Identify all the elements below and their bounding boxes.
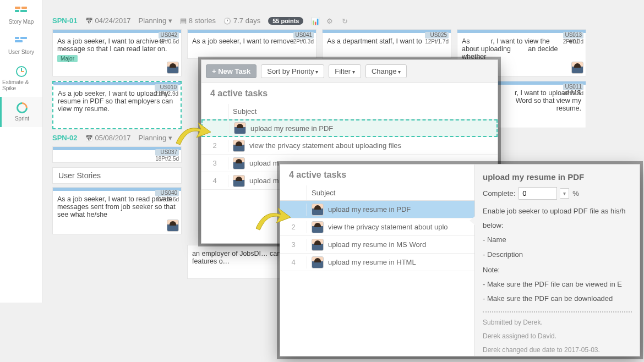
detail-text: below:: [483, 221, 632, 231]
panel-toolbar: + New Task Sort by Priority Filter Chang…: [201, 60, 498, 83]
user-story-icon: [14, 36, 29, 47]
avatar-icon: [312, 221, 324, 233]
task-row[interactable]: 3upload my resume in MS Word: [280, 236, 476, 254]
estimate-icon: [14, 66, 29, 77]
sort-dropdown[interactable]: Sort by Priority: [261, 64, 324, 78]
col-subject: Subject: [228, 104, 498, 119]
activity-log: Submitted by Derek.: [483, 318, 632, 327]
avatar-icon: [571, 62, 583, 74]
detail-title: upload my resume in PDF: [483, 172, 632, 182]
sprint-id[interactable]: SPN-02: [52, 134, 78, 142]
avatar-icon: [233, 140, 245, 152]
avatar-icon: [233, 157, 245, 169]
task-row-selected[interactable]: upload my resume in PDF: [201, 119, 498, 137]
detail-text: - Make sure the PDF file can be viewed i…: [483, 279, 632, 289]
sidebar-item-user-story[interactable]: User Story: [0, 30, 42, 61]
pointer-icon: [470, 216, 475, 225]
story-card[interactable]: US03718Pt/2.5d: [52, 146, 182, 163]
calendar-icon: [85, 134, 93, 142]
sprint-header-2: SPN-02 05/08/2017 Planning ▾: [52, 134, 182, 142]
task-row[interactable]: 2view the privacy statement about uplo: [280, 218, 476, 236]
points-badge: 55 points: [268, 17, 303, 25]
avatar-icon: [167, 220, 179, 232]
sidebar: Story Map User Story Estimate & Spike Sp…: [0, 0, 43, 303]
complete-input[interactable]: [519, 187, 557, 200]
panel-title: 4 active tasks: [201, 83, 498, 104]
detail-pane: upload my resume in PDF Complete: ▾ % En…: [474, 164, 640, 356]
avatar-icon: [233, 175, 245, 187]
refresh-icon[interactable]: ↻: [342, 17, 350, 25]
detail-text: Enable job seeker to upload PDF file as …: [483, 206, 632, 216]
sidebar-item-label: User Story: [8, 49, 34, 55]
col-subject: Subject: [307, 185, 476, 200]
sprint-date: 04/24/2017: [95, 17, 131, 25]
detail-text: - Name: [483, 235, 632, 245]
avatar-icon: [167, 62, 179, 74]
task-row[interactable]: 4upload my resume in HTML: [280, 254, 476, 271]
task-row[interactable]: 2view the privacy statement about upload…: [201, 137, 498, 155]
story-card[interactable]: US04040Pt/5.6d As a job seeker, I want t…: [52, 187, 182, 234]
sidebar-item-label: Estimate & Spike: [2, 79, 40, 91]
tag-major: Major: [57, 55, 78, 62]
list-icon: [180, 17, 187, 25]
task-detail-panel: 4 active tasks Subject upload my resume …: [280, 164, 640, 356]
sprint-status-dropdown[interactable]: Planning ▾: [139, 134, 172, 142]
sprint-icon: [14, 102, 30, 113]
calendar-icon: [85, 17, 93, 25]
detail-text: - Description: [483, 250, 632, 260]
arrow-icon: [173, 118, 212, 151]
section-user-stories: User Stories: [52, 167, 182, 184]
sprint-header: SPN-01 04/24/2017 Planning ▾ 8 stories 7…: [52, 17, 638, 25]
complete-label: Complete:: [483, 189, 515, 198]
sidebar-item-label: Sprint: [15, 116, 29, 122]
sprint-status-dropdown[interactable]: Planning ▾: [139, 17, 172, 25]
story-card-selected[interactable]: US01021Pt/2.9d As a job seeker, I want t…: [52, 81, 182, 129]
activity-log: Derek assigned to David.: [483, 332, 632, 341]
task-row-active[interactable]: upload my resume in PDF: [280, 201, 476, 218]
arrow-icon: [253, 204, 292, 237]
days-count: 7.7 days: [233, 17, 260, 25]
story-count: 8 stories: [189, 17, 216, 25]
story-card[interactable]: US02512Pt/1.7d As a department staff, I …: [322, 29, 451, 59]
table-header: Subject: [280, 185, 476, 201]
avatar-icon: [234, 122, 246, 134]
story-card[interactable]: US0424Pt/0.6d As a job seeker, I want to…: [52, 29, 182, 76]
sprint-date: 05/08/2017: [95, 134, 131, 142]
avatar-icon: [312, 256, 324, 268]
filter-dropdown[interactable]: Filter: [329, 64, 361, 78]
panel-title: 4 active tasks: [280, 164, 476, 185]
story-card[interactable]: US0412Pt/0.3d As a job seeker, I want to…: [187, 29, 316, 59]
new-task-button[interactable]: + New Task: [206, 64, 256, 78]
sidebar-item-story-map[interactable]: Story Map: [0, 0, 42, 30]
story-map-icon: [14, 6, 29, 17]
change-dropdown[interactable]: Change: [365, 64, 407, 78]
detail-note-label: Note:: [483, 265, 632, 275]
chart-icon[interactable]: 📊: [311, 17, 319, 25]
avatar-icon: [312, 204, 324, 216]
sidebar-item-sprint[interactable]: Sprint: [0, 97, 42, 127]
sidebar-item-label: Story Map: [9, 19, 34, 25]
percent-label: %: [572, 189, 579, 198]
story-card[interactable]: US0113Pt/0.4d r, I want to upload MS Wor…: [495, 81, 586, 128]
sprint-id[interactable]: SPN-01: [52, 17, 78, 25]
clock-icon: [223, 17, 231, 25]
detail-text: - Make sure the PDF can be downloaded: [483, 294, 632, 304]
settings-icon[interactable]: ⚙: [326, 17, 334, 25]
spinner-icon[interactable]: ▾: [560, 188, 569, 199]
sidebar-item-estimate[interactable]: Estimate & Spike: [0, 61, 42, 97]
activity-log: Derek changed due date to 2017-05-03.: [483, 345, 632, 355]
table-header: Subject: [201, 104, 498, 119]
avatar-icon: [312, 239, 324, 251]
